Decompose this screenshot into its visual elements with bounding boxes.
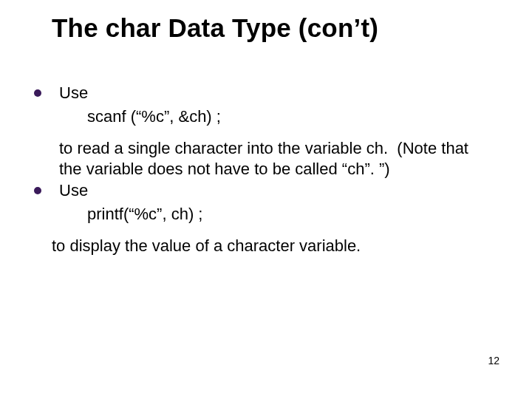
list-item: Use — [30, 83, 488, 103]
paragraph: to read a single character into the vari… — [30, 138, 488, 179]
bullet-icon — [34, 89, 41, 97]
list-item-label: Use — [59, 181, 88, 200]
code-line: scanf (“%c”, &ch) ; — [30, 106, 488, 127]
bullet-icon — [34, 187, 41, 194]
slide-title: The char Data Type (con’t) — [52, 13, 495, 43]
slide: The char Data Type (con’t) Use scanf (“%… — [0, 0, 532, 399]
paragraph: to display the value of a character vari… — [30, 236, 488, 256]
list-item-label: Use — [59, 83, 88, 102]
page-number: 12 — [488, 355, 499, 366]
slide-content: Use scanf (“%c”, &ch) ; to read a single… — [30, 83, 488, 256]
code-line: printf(“%c”, ch) ; — [30, 204, 488, 225]
list-item: Use — [30, 180, 488, 201]
